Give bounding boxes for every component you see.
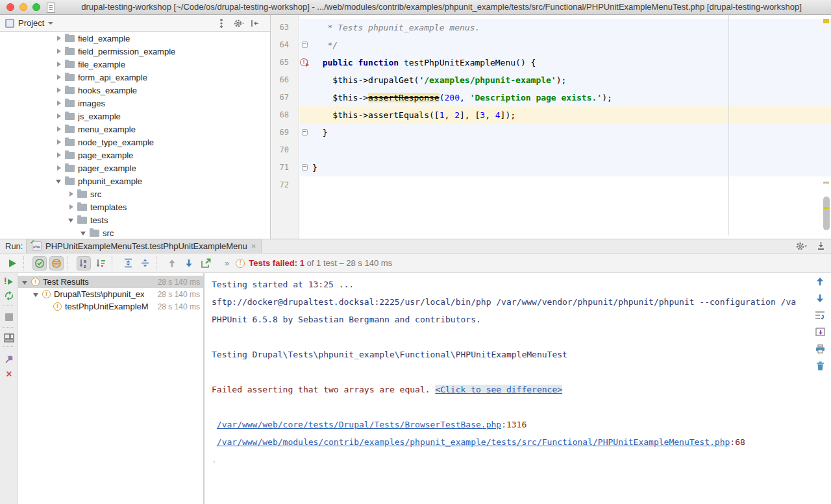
project-tree-item[interactable]: file_example	[0, 58, 270, 71]
editor-scrollbar[interactable]	[823, 197, 830, 230]
chevron-right-icon[interactable]	[56, 87, 62, 93]
toolbar-overflow-chevrons[interactable]: »	[225, 258, 229, 268]
project-tree-item[interactable]: menu_example	[0, 123, 270, 136]
error-stripe-mark-2[interactable]	[823, 207, 829, 209]
scroll-from-source-icon[interactable]	[217, 19, 227, 28]
close-window-button[interactable]	[6, 3, 14, 11]
down-stack-trace-icon[interactable]	[813, 291, 827, 306]
window-title: drupal-testing-workshop [~/Code/os/drupa…	[58, 0, 825, 14]
console-link[interactable]: /var/www/web/core/tests/Drupal/Tests/Bro…	[217, 420, 501, 429]
project-tree-item[interactable]: js_example	[0, 110, 270, 123]
chevron-right-icon[interactable]	[56, 113, 62, 119]
project-tree-item[interactable]: tests	[0, 213, 270, 226]
svg-text:z: z	[84, 264, 86, 269]
run-configuration-tab[interactable]: php PHPUnitExampleMenuTest.testPhpUnitEx…	[26, 239, 262, 253]
project-tree-item[interactable]: images	[0, 97, 270, 110]
rerun-failed-tests-icon[interactable]: !	[3, 274, 16, 287]
code-editor[interactable]: * Tests phpunit_example menus. */ public…	[271, 15, 831, 239]
fold-marker-icon[interactable]	[302, 129, 308, 136]
fold-marker-icon[interactable]	[302, 42, 308, 48]
close-icon[interactable]: ×	[3, 368, 16, 381]
folder-icon	[65, 61, 75, 68]
project-tree-item[interactable]: pager_example	[0, 162, 270, 174]
rerun-icon[interactable]	[3, 289, 16, 302]
project-tree-item[interactable]: hooks_example	[0, 84, 270, 97]
project-tree-item[interactable]: phpunit_example	[0, 174, 270, 187]
project-tree[interactable]: field_examplefield_permission_examplefil…	[0, 32, 270, 238]
chevron-down-icon[interactable]	[81, 230, 87, 236]
chevron-right-icon[interactable]	[56, 165, 62, 171]
console-link[interactable]: <Click to see difference>	[435, 385, 562, 394]
code-line: $this->drupalGet('/examples/phpunit-exam…	[300, 71, 831, 89]
up-stack-trace-icon[interactable]	[813, 274, 827, 289]
chevron-right-icon[interactable]	[68, 191, 75, 197]
chevron-right-icon[interactable]	[56, 74, 62, 80]
next-occurrence-button[interactable]	[182, 256, 196, 270]
sort-by-duration-button[interactable]	[93, 256, 108, 270]
project-tree-item[interactable]: page_example	[0, 149, 270, 162]
test-tree-item[interactable]: !Drupal\Tests\phpunit_ex28 s 140 ms	[18, 288, 203, 300]
chevron-down-icon[interactable]	[68, 217, 75, 223]
project-tree-item[interactable]: node_type_example	[0, 136, 270, 149]
settings-gear-icon[interactable]	[234, 19, 244, 28]
test-tree-item[interactable]: !Test Results28 s 140 ms	[18, 276, 203, 288]
code-token: 2	[454, 110, 460, 120]
close-tab-icon[interactable]: ×	[251, 242, 256, 250]
test-results-tree[interactable]: !Test Results28 s 140 ms!Drupal\Tests\ph…	[18, 273, 203, 504]
chevron-right-icon[interactable]	[56, 152, 62, 158]
console-line: PHPUnit 6.5.8 by Sebastian Bergmann and …	[212, 311, 831, 328]
fold-marker-icon[interactable]	[302, 164, 308, 171]
code-token	[312, 58, 323, 67]
chevron-down-icon[interactable]	[22, 279, 29, 285]
collapse-all-button[interactable]	[138, 256, 152, 270]
folder-name: field_example	[78, 34, 130, 43]
project-tree-item[interactable]: src	[0, 187, 270, 200]
expand-all-button[interactable]	[121, 256, 135, 270]
show-ignored-toggle[interactable]	[49, 256, 64, 270]
chevron-right-icon[interactable]	[56, 100, 62, 106]
project-view-selector[interactable]: Project	[5, 15, 53, 31]
code-area[interactable]: * Tests phpunit_example menus. */ public…	[300, 15, 831, 239]
error-stripe-mark[interactable]	[823, 182, 829, 184]
document-icon	[47, 3, 55, 13]
hide-panel-icon[interactable]	[251, 19, 261, 28]
sort-alphabetically-toggle[interactable]: az	[77, 256, 91, 270]
project-tree-item[interactable]: field_permission_example	[0, 45, 270, 58]
clear-all-icon[interactable]	[813, 359, 827, 373]
project-tree-item[interactable]: templates	[0, 200, 270, 213]
console-link[interactable]: /var/www/web/modules/contrib/examples/ph…	[217, 437, 730, 447]
project-tree-item[interactable]: form_api_example	[0, 71, 270, 84]
chevron-right-icon[interactable]	[56, 61, 62, 67]
code-token: */	[312, 40, 338, 50]
code-line: }	[300, 124, 831, 141]
print-icon[interactable]	[813, 342, 827, 356]
pin-tab-icon[interactable]	[3, 352, 16, 365]
show-passed-toggle[interactable]	[32, 256, 47, 270]
chevron-right-icon[interactable]	[56, 48, 62, 54]
chevron-right-icon[interactable]	[56, 139, 62, 145]
code-token: }	[312, 163, 317, 173]
error-stripe-warning-icon[interactable]	[823, 19, 829, 23]
chevron-down-icon[interactable]	[33, 291, 40, 298]
test-name: testPhpUnitExampleM	[65, 302, 149, 311]
soft-wrap-icon[interactable]	[813, 308, 827, 322]
chevron-right-icon[interactable]	[56, 35, 62, 42]
chevron-down-icon[interactable]	[56, 178, 62, 184]
chevron-right-icon[interactable]	[56, 126, 62, 132]
project-tree-item[interactable]: src	[0, 226, 270, 238]
chevron-down-icon	[48, 22, 53, 25]
preview-icon[interactable]	[3, 331, 16, 344]
hide-panel-icon[interactable]	[816, 241, 826, 251]
failed-test-run-icon[interactable]: !	[300, 58, 308, 66]
previous-occurrence-button[interactable]	[165, 256, 179, 270]
chevron-right-icon[interactable]	[68, 204, 75, 210]
rerun-button[interactable]	[5, 256, 19, 270]
minimize-window-button[interactable]	[19, 3, 27, 11]
project-tree-item[interactable]: field_example	[0, 32, 270, 45]
zoom-window-button[interactable]	[32, 3, 40, 11]
test-tree-item[interactable]: !testPhpUnitExampleM28 s 140 ms	[18, 300, 203, 313]
scroll-to-end-icon[interactable]	[813, 325, 827, 339]
test-console-output[interactable]: Testing started at 13:25 ...sftp://docke…	[205, 273, 831, 504]
settings-gear-icon[interactable]	[795, 241, 807, 251]
export-test-results-button[interactable]	[199, 256, 213, 270]
